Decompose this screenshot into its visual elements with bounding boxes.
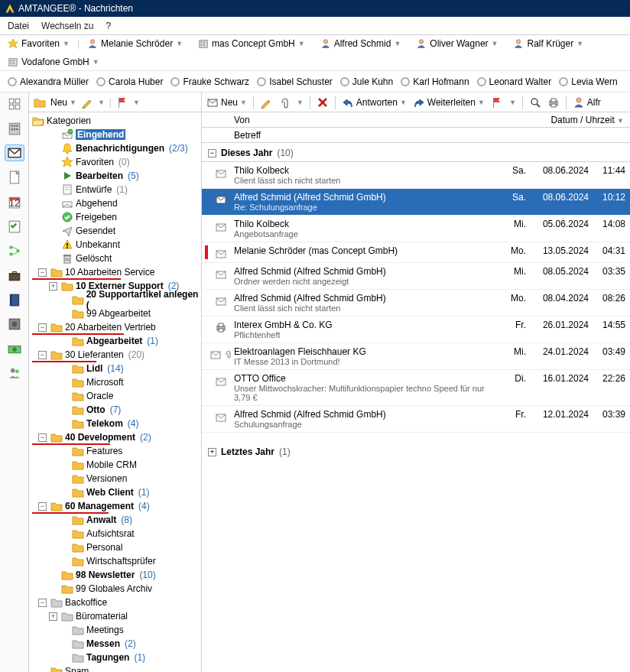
mod-doc[interactable]: [5, 169, 24, 186]
pencil-icon[interactable]: [81, 96, 93, 109]
expand-toggle[interactable]: −: [38, 351, 47, 359]
contact-item[interactable]: Levia Wern: [559, 76, 617, 87]
message-group[interactable]: + Letztes Jahr (1): [202, 442, 630, 460]
tree-new-button[interactable]: Neu ▼: [50, 97, 76, 108]
mod-case[interactable]: [5, 267, 24, 284]
tree-node[interactable]: Favoriten(0): [32, 155, 201, 169]
tree-node[interactable]: Versionen: [32, 472, 201, 485]
list-new-button[interactable]: Neu ▼: [206, 96, 247, 109]
tree-node[interactable]: −20 Abarbeiten Vertrieb: [32, 320, 201, 334]
tree-node[interactable]: Oracle: [32, 389, 201, 403]
tree-node[interactable]: Microsoft: [32, 375, 201, 389]
expand-toggle[interactable]: +: [49, 282, 57, 291]
tree-node[interactable]: −30 Lieferanten(20): [32, 348, 201, 362]
message-row[interactable]: Alfred Schmid (Alfred Schmid GmbH)Ordner…: [202, 263, 630, 290]
message-row[interactable]: Alfred Schmid (Alfred Schmid GmbH)Re: Sc…: [202, 189, 630, 216]
contact-item[interactable]: Jule Kuhn: [340, 76, 393, 87]
tree-node[interactable]: Spam: [32, 664, 201, 672]
tree-node[interactable]: Otto(7): [32, 403, 201, 417]
tree-node[interactable]: Gelöscht: [32, 252, 201, 265]
forward-button[interactable]: Weiterleiten ▼: [413, 96, 485, 109]
flag-icon[interactable]: [491, 96, 503, 109]
tree-node[interactable]: Freigeben: [32, 210, 201, 224]
col-from[interactable]: Von: [232, 115, 538, 125]
favorite-item[interactable]: Vodafone GmbH▼: [8, 57, 99, 67]
flag-icon[interactable]: [116, 96, 128, 109]
contact-item[interactable]: Frauke Schwarz: [170, 76, 249, 87]
tree-node[interactable]: Gesendet: [32, 224, 201, 238]
expand-toggle[interactable]: +: [49, 612, 57, 621]
message-row[interactable]: Alfred Schmid (Alfred Schmid GmbH)Client…: [202, 290, 630, 317]
menu-wechseln[interactable]: Wechseln zu: [41, 21, 93, 31]
contact-item[interactable]: Carola Huber: [96, 76, 163, 87]
contact-item[interactable]: Leonard Walter: [477, 76, 552, 87]
tree-node[interactable]: 98 Newsletter(10): [32, 568, 201, 582]
tree-node[interactable]: Features: [32, 444, 201, 458]
message-row[interactable]: Interex GmbH & Co. KGPflichtenheft Fr.26…: [202, 317, 630, 343]
favorites-button[interactable]: Favoriten▼: [8, 38, 70, 49]
tree-node[interactable]: Telekom(4): [32, 417, 201, 430]
expand-toggle[interactable]: −: [38, 502, 47, 511]
tree-node[interactable]: Unbekannt: [32, 238, 201, 252]
contact-item[interactable]: Isabel Schuster: [257, 76, 333, 87]
favorite-item[interactable]: Ralf Krüger▼: [513, 38, 583, 49]
tree-node[interactable]: Abgearbeitet(1): [32, 334, 201, 348]
message-row[interactable]: Alfred Schmid (Alfred Schmid GmbH)Schulu…: [202, 406, 630, 433]
search-icon[interactable]: [529, 96, 541, 109]
expand-toggle[interactable]: −: [38, 433, 47, 442]
tree-node[interactable]: 20 Supportartikel anlegen (: [32, 293, 201, 307]
mod-branch[interactable]: [5, 242, 24, 259]
menu-datei[interactable]: Datei: [8, 21, 29, 31]
message-group[interactable]: − Dieses Jahr (10): [202, 143, 630, 162]
tree-node[interactable]: Messen(2): [32, 637, 201, 651]
favorite-item[interactable]: Melanie Schröder▼: [87, 38, 183, 49]
expand-toggle[interactable]: −: [38, 323, 47, 332]
tree-root[interactable]: Kategorien: [32, 114, 201, 128]
tree-node[interactable]: Aufsichtsrat: [32, 527, 201, 541]
tree-node[interactable]: Mobile CRM: [32, 458, 201, 472]
contact-quick[interactable]: Alfr: [573, 96, 601, 109]
mod-calendar[interactable]: [5, 193, 24, 210]
mod-book[interactable]: [5, 291, 24, 308]
delete-icon[interactable]: [317, 96, 329, 109]
favorite-item[interactable]: mas Concept GmbH▼: [198, 38, 305, 49]
tree-node[interactable]: −40 Development(2): [32, 430, 201, 444]
tree-node[interactable]: 99 Globales Archiv: [32, 582, 201, 596]
tree-node[interactable]: Entwürfe(1): [32, 183, 201, 196]
message-row[interactable]: Thilo KolbeckAngebotsanfrage Mi.05.06.20…: [202, 216, 630, 242]
tree-node[interactable]: Web Client(1): [32, 485, 201, 499]
expand-icon[interactable]: +: [208, 448, 216, 456]
print-icon[interactable]: [547, 96, 560, 109]
tree-node[interactable]: Personal: [32, 541, 201, 554]
tree-node[interactable]: −Backoffice: [32, 596, 201, 609]
tree-node[interactable]: Tagungen(1): [32, 651, 201, 664]
mod-people[interactable]: [5, 365, 24, 381]
contact-item[interactable]: Alexandra Müller: [8, 76, 89, 87]
favorite-item[interactable]: Oliver Wagner▼: [416, 38, 498, 49]
tree-node[interactable]: Lidl(14): [32, 362, 201, 375]
tree-node[interactable]: Wirtschaftsprüfer: [32, 554, 201, 568]
expand-toggle[interactable]: −: [38, 599, 47, 607]
tree-node[interactable]: Eingehend: [32, 128, 201, 141]
mod-mail[interactable]: [5, 144, 24, 161]
mod-tasks[interactable]: [5, 218, 24, 235]
mod-safe[interactable]: [5, 316, 24, 333]
message-row[interactable]: Thilo KolbeckClient lässt sich nicht sta…: [202, 162, 630, 189]
message-row[interactable]: Melanie Schröder (mas Concept GmbH) Mo.1…: [202, 242, 630, 263]
tree-node[interactable]: 99 Abgearbeitet: [32, 307, 201, 320]
message-row[interactable]: Elektroanlagen Fleischhauer KGIT Messe 2…: [202, 343, 630, 370]
mod-building[interactable]: [5, 120, 24, 137]
expand-toggle[interactable]: −: [38, 268, 47, 277]
tree-node[interactable]: +Büromaterial: [32, 609, 201, 623]
edit-icon[interactable]: [260, 96, 272, 109]
attach-icon[interactable]: [278, 96, 291, 109]
collapse-icon[interactable]: −: [208, 149, 216, 157]
tree-node[interactable]: −60 Management(4): [32, 499, 201, 513]
tree-node[interactable]: −10 Abarbeiten Service: [32, 265, 201, 279]
favorite-item[interactable]: Alfred Schmid▼: [320, 38, 401, 49]
tree-node[interactable]: Meetings: [32, 623, 201, 637]
tree-node[interactable]: Benachrichtigungen(2/3): [32, 141, 201, 155]
mod-money[interactable]: [5, 340, 24, 357]
contact-item[interactable]: Karl Hofmann: [401, 76, 469, 87]
reply-button[interactable]: Antworten ▼: [342, 96, 407, 109]
